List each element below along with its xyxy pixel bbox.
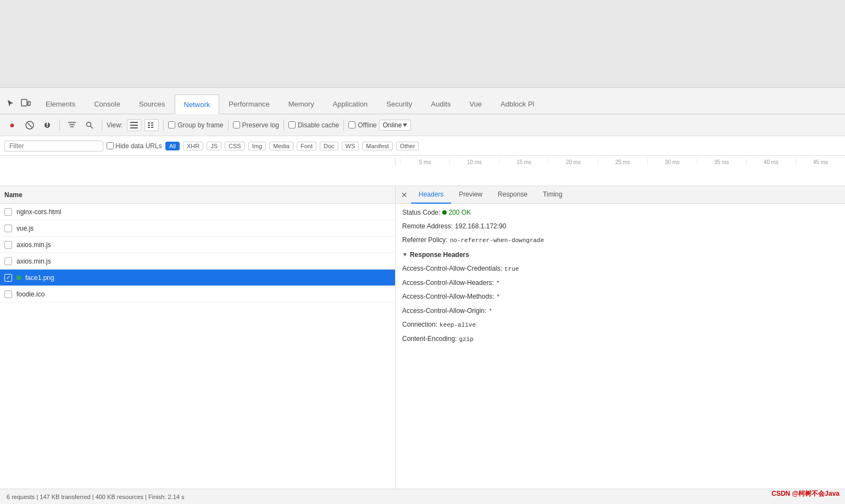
svg-rect-20 — [151, 127, 153, 128]
response-header-value: * — [496, 279, 500, 289]
disable-cache-checkbox[interactable]: Disable cache — [288, 121, 339, 129]
tab-performance[interactable]: Performance — [219, 94, 279, 114]
hide-data-urls-checkbox[interactable]: Hide data URLs — [107, 142, 162, 150]
tab-sources[interactable]: Sources — [130, 94, 175, 114]
online-dropdown[interactable]: Online — [379, 120, 412, 131]
svg-rect-5 — [47, 122, 48, 125]
tree-view-button[interactable] — [144, 119, 159, 131]
filter-ws-button[interactable]: WS — [342, 142, 359, 150]
cursor-icon[interactable] — [4, 97, 16, 109]
panel-tab-preview[interactable]: Preview — [451, 186, 490, 204]
file-list: Name nginx-cors.htmlvue.jsaxios.min.jsax… — [0, 186, 396, 489]
svg-rect-13 — [130, 125, 138, 126]
ruler-tick: 10 ms — [449, 158, 499, 165]
section-arrow: ▼ — [402, 251, 408, 257]
response-header-key: Access-Control-Allow-Headers: — [402, 278, 494, 288]
filter-button[interactable] — [64, 117, 80, 133]
tab-audits[interactable]: Audits — [421, 94, 460, 114]
view-label: View: — [107, 121, 123, 129]
file-name: axios.min.js — [16, 257, 391, 265]
response-header-key: Access-Control-Allow-Methods: — [402, 292, 494, 302]
header-row-status: Status Code: 200 OK — [396, 206, 845, 220]
file-name: axios.min.js — [16, 241, 391, 249]
filter-js-button[interactable]: JS — [207, 142, 221, 150]
tab-vue[interactable]: Vue — [460, 94, 491, 114]
response-header-key: Access-Control-Allow-Credentials: — [402, 264, 502, 274]
clear-button[interactable] — [40, 117, 55, 133]
filter-font-button[interactable]: Font — [297, 142, 316, 150]
svg-rect-18 — [151, 125, 153, 126]
section-label: Response Headers — [410, 251, 469, 259]
timeline-ruler: 5 ms10 ms15 ms20 ms25 ms30 ms35 ms40 ms4… — [0, 156, 845, 186]
filter-img-button[interactable]: Img — [248, 142, 266, 150]
file-checkbox[interactable] — [4, 290, 12, 298]
header-row-referrer-policy: Referrer Policy: no-referrer-when-downgr… — [396, 233, 845, 248]
file-list-spacer — [0, 303, 395, 489]
ruler-tick: 35 ms — [697, 158, 746, 165]
file-list-item[interactable]: axios.min.js — [0, 237, 395, 253]
tab-elements[interactable]: Elements — [36, 94, 85, 114]
filter-xhr-button[interactable]: XHR — [183, 142, 203, 150]
toolbar-separator-1 — [59, 120, 60, 131]
ruler-tick: 30 ms — [647, 158, 697, 165]
svg-rect-6 — [47, 126, 48, 127]
file-checkbox[interactable] — [4, 257, 12, 265]
ruler-tick: 20 ms — [548, 158, 598, 165]
filter-css-button[interactable]: CSS — [225, 142, 245, 150]
devtools-tab-bar: Elements Console Sources Network Perform… — [0, 88, 845, 114]
panel-close-button[interactable]: ✕ — [398, 188, 411, 201]
file-checkbox[interactable] — [4, 225, 12, 232]
response-header-row: Access-Control-Allow-Headers:* — [396, 276, 845, 290]
tab-memory[interactable]: Memory — [279, 94, 324, 114]
file-checkbox[interactable] — [4, 274, 12, 282]
offline-checkbox[interactable]: Offline — [348, 121, 376, 129]
response-header-value: true — [504, 265, 519, 275]
tab-adblock[interactable]: Adblock Pl — [491, 94, 543, 114]
panel-tab-timing[interactable]: Timing — [535, 186, 570, 204]
panel-tab-response[interactable]: Response — [490, 186, 535, 204]
svg-rect-16 — [151, 122, 153, 124]
filter-all-button[interactable]: All — [165, 142, 180, 150]
preserve-log-checkbox[interactable]: Preserve log — [233, 121, 279, 129]
response-headers-section-title[interactable]: ▼ Response Headers — [396, 248, 845, 262]
group-by-frame-checkbox[interactable]: Group by frame — [168, 121, 223, 129]
filter-bar: Hide data URLs All XHR JS CSS Img Media … — [0, 136, 845, 156]
file-name: face1.png — [25, 274, 391, 282]
filter-other-button[interactable]: Other — [396, 142, 419, 150]
referrer-policy-key: Referrer Policy: — [402, 235, 448, 245]
tab-application[interactable]: Application — [324, 94, 377, 114]
device-icon[interactable] — [20, 97, 32, 109]
status-code-value: 200 OK — [448, 208, 471, 218]
file-name: nginx-cors.html — [16, 208, 391, 216]
file-list-item[interactable]: foodie.ico — [0, 286, 395, 303]
file-list-item[interactable]: axios.min.js — [0, 253, 395, 270]
tab-network[interactable]: Network — [175, 94, 220, 114]
devtools-tab-icons — [4, 97, 32, 114]
response-header-key: Connection: — [402, 320, 437, 330]
panel-tab-headers[interactable]: Headers — [411, 186, 451, 204]
response-header-key: Content-Encoding: — [402, 334, 457, 344]
tab-security[interactable]: Security — [377, 94, 421, 114]
list-view-button[interactable] — [127, 119, 141, 131]
tab-console[interactable]: Console — [85, 94, 130, 114]
ruler-tick: 25 ms — [598, 158, 647, 165]
file-checkbox[interactable] — [4, 208, 12, 216]
status-bar: 6 requests | 147 KB transferred | 400 KB… — [0, 489, 845, 504]
file-list-item[interactable]: vue.js — [0, 220, 395, 237]
search-button[interactable] — [82, 117, 97, 133]
file-list-item[interactable]: nginx-cors.html — [0, 204, 395, 220]
filter-media-button[interactable]: Media — [269, 142, 293, 150]
filter-doc-button[interactable]: Doc — [320, 142, 338, 150]
record-button[interactable]: ● — [4, 117, 20, 133]
filter-input[interactable] — [4, 141, 103, 152]
ruler-tick: 45 ms — [796, 158, 845, 165]
file-list-header: Name — [0, 186, 395, 204]
status-bar-text: 6 requests | 147 KB transferred | 400 KB… — [7, 494, 184, 500]
ruler-left-spacer — [0, 158, 396, 165]
file-list-name-header: Name — [4, 191, 23, 199]
stop-button[interactable] — [22, 117, 37, 133]
filter-manifest-button[interactable]: Manifest — [362, 142, 393, 150]
file-checkbox[interactable] — [4, 241, 12, 249]
panel-header: ✕ Headers Preview Response Timing — [396, 186, 845, 204]
file-list-item[interactable]: face1.png — [0, 270, 395, 286]
